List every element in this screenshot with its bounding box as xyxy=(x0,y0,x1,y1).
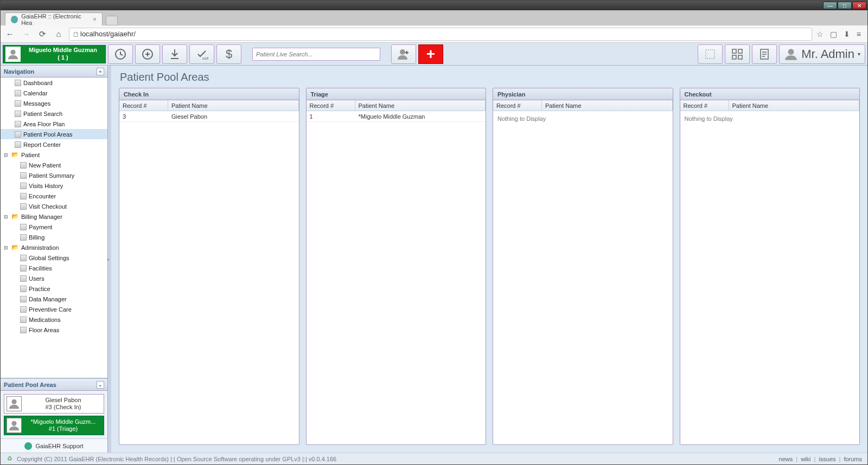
column-header-record[interactable]: Record # xyxy=(680,100,729,111)
page-icon xyxy=(15,121,21,127)
nav-item[interactable]: Patient Pool Areas xyxy=(1,129,107,139)
pool-card[interactable]: Giesel Pabon#3 (Check In) xyxy=(4,394,104,414)
nav-item-label: Area Floor Plan xyxy=(23,121,65,127)
footer-link[interactable]: forums xyxy=(844,456,862,462)
page-icon xyxy=(20,234,27,241)
reload-icon[interactable]: ⟳ xyxy=(36,28,48,40)
column-header-patient[interactable]: Patient Name xyxy=(355,100,486,111)
window-close-icon[interactable]: ✕ xyxy=(852,2,866,9)
column-header-record[interactable]: Record # xyxy=(307,100,355,111)
check-out-button[interactable]: out xyxy=(189,44,214,64)
nav-item[interactable]: Calendar xyxy=(1,88,107,98)
nav-item[interactable]: ⊟📂Billing Manager xyxy=(1,211,107,222)
nav-item[interactable]: Facilities xyxy=(1,263,107,273)
page-icon xyxy=(20,286,27,292)
sidebar-splitter[interactable] xyxy=(108,66,111,453)
browser-tab[interactable]: GaiaEHR :: (Electronic Hea × xyxy=(5,12,103,25)
nav-item[interactable]: Messages xyxy=(1,98,107,108)
floor-plan-button[interactable] xyxy=(698,44,723,64)
nav-item-label: New Patient xyxy=(29,162,61,169)
new-encounter-button[interactable] xyxy=(135,44,160,64)
nav-item-label: Users xyxy=(29,275,44,282)
address-bar[interactable]: 🗋 xyxy=(69,28,812,41)
nav-item[interactable]: Preventive Care xyxy=(1,304,107,314)
nav-item-label: Calendar xyxy=(23,90,48,96)
page-icon xyxy=(20,203,27,210)
empty-text: Nothing to Display xyxy=(680,111,860,126)
nav-item[interactable]: Floor Areas xyxy=(1,325,107,335)
column-header-patient[interactable]: Patient Name xyxy=(542,100,673,111)
add-patient-button[interactable] xyxy=(391,44,416,64)
nav-item[interactable]: Billing xyxy=(1,232,107,242)
download-icon[interactable]: ⬇ xyxy=(844,30,850,38)
back-icon[interactable]: ← xyxy=(4,28,16,40)
column-header-record[interactable]: Record # xyxy=(493,100,542,111)
svg-rect-6 xyxy=(732,49,736,53)
support-bar[interactable]: GaiaEHR Support xyxy=(1,438,107,453)
active-patient-badge[interactable]: Miguelo Middle Guzman ( 1 ) xyxy=(3,45,106,63)
pool-card-list: Giesel Pabon#3 (Check In)*Miguelo Middle… xyxy=(1,391,107,438)
nav-item[interactable]: Patient Search xyxy=(1,108,107,119)
tree-collapse-icon[interactable]: ⊟ xyxy=(3,214,9,220)
column-header-patient[interactable]: Patient Name xyxy=(729,100,860,111)
nav-item[interactable]: Practice xyxy=(1,283,107,294)
patient-search-input[interactable] xyxy=(256,51,376,57)
nav-item[interactable]: Data Manager xyxy=(1,294,107,304)
nav-item[interactable]: ⊟📂Administration xyxy=(1,242,107,253)
svg-point-12 xyxy=(11,399,16,404)
column-header-record[interactable]: Record # xyxy=(119,100,168,111)
nav-panel-title: Navigation xyxy=(4,68,34,75)
bookmark-star-icon[interactable]: ☆ xyxy=(816,30,824,38)
grid-row[interactable]: 1*Miguelo Middle Guzman xyxy=(307,111,486,122)
window-minimize-icon[interactable]: — xyxy=(823,2,837,9)
pool-panel-toggle-icon[interactable]: ⌄ xyxy=(97,381,104,389)
collapse-sidebar-icon[interactable]: « xyxy=(97,68,104,75)
nav-item[interactable]: New Patient xyxy=(1,160,107,170)
nav-item-label: Visit Checkout xyxy=(29,203,67,210)
window-maximize-icon[interactable]: □ xyxy=(838,2,852,9)
nav-item[interactable]: Visits History xyxy=(1,180,107,191)
patient-search-box[interactable] xyxy=(252,48,380,61)
home-icon[interactable]: ⌂ xyxy=(53,28,65,40)
pool-card[interactable]: *Miguelo Middle Guzm...#1 (Triage) xyxy=(4,416,104,435)
footer-link[interactable]: wiki xyxy=(801,456,810,462)
device-icon[interactable]: ▢ xyxy=(830,30,837,38)
new-tab-button[interactable] xyxy=(106,16,118,25)
svg-text:out: out xyxy=(202,56,208,61)
chevron-down-icon: ▾ xyxy=(858,51,860,57)
pool-card-name: *Miguelo Middle Guzm... xyxy=(25,418,101,425)
tree-collapse-icon[interactable]: ⊟ xyxy=(3,244,9,251)
grid-body: 1*Miguelo Middle Guzman xyxy=(307,111,486,444)
history-button[interactable] xyxy=(108,44,133,64)
pool-areas-button[interactable] xyxy=(725,44,750,64)
notes-button[interactable] xyxy=(752,44,777,64)
tab-close-icon[interactable]: × xyxy=(93,16,97,23)
url-input[interactable] xyxy=(80,30,808,38)
nav-item[interactable]: Report Center xyxy=(1,139,107,150)
nav-item[interactable]: Users xyxy=(1,273,107,283)
grid-row[interactable]: 3Giesel Pabon xyxy=(119,111,299,122)
tree-collapse-icon[interactable]: ⊟ xyxy=(3,152,9,158)
nav-item[interactable]: ⊟📂Patient xyxy=(1,150,107,160)
page-icon xyxy=(20,265,27,272)
nav-item[interactable]: Payment xyxy=(1,222,107,232)
payment-button[interactable]: $ xyxy=(216,44,241,64)
column-header-patient[interactable]: Patient Name xyxy=(168,100,299,111)
nav-item[interactable]: Patient Summary xyxy=(1,170,107,180)
nav-item[interactable]: Medications xyxy=(1,314,107,325)
footer-link[interactable]: news xyxy=(779,456,793,462)
nav-item[interactable]: Encounter xyxy=(1,191,107,201)
check-in-button[interactable] xyxy=(162,44,187,64)
menu-icon[interactable]: ≡ xyxy=(857,30,861,38)
nav-item[interactable]: Area Floor Plan xyxy=(1,119,107,129)
nav-item[interactable]: Global Settings xyxy=(1,253,107,263)
page-title: Patient Pool Areas xyxy=(111,66,867,88)
footer-link[interactable]: issues xyxy=(819,456,835,462)
user-menu[interactable]: Mr. Admin ▾ xyxy=(779,44,865,64)
nav-panel-header: Navigation « xyxy=(1,66,107,78)
emergency-button[interactable]: + xyxy=(418,44,443,64)
nav-item[interactable]: Dashboard xyxy=(1,78,107,88)
support-icon xyxy=(24,442,32,450)
grid-body: 3Giesel Pabon xyxy=(119,111,299,444)
nav-item[interactable]: Visit Checkout xyxy=(1,201,107,211)
